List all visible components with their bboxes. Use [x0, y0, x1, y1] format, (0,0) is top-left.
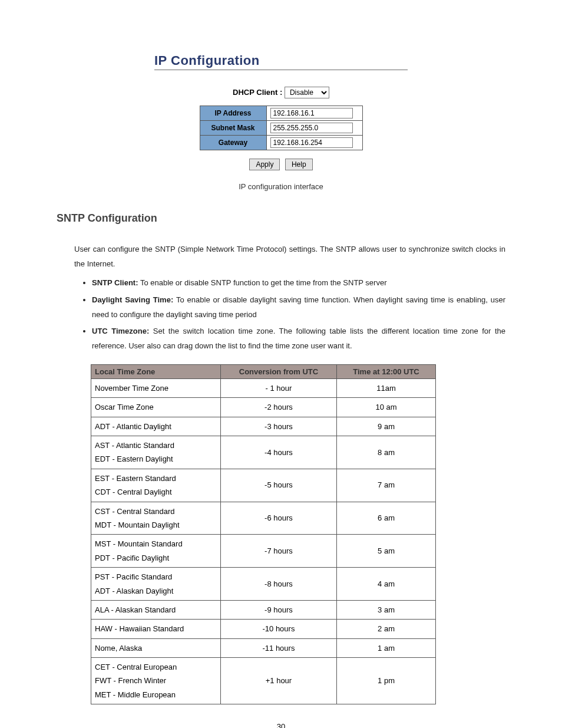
tz-row: MST - Mountain StandardPDT - Pacific Day… [91, 535, 436, 568]
tz-time: 3 am [337, 600, 436, 619]
tz-zone: ADT - Atlantic Daylight [91, 417, 221, 436]
ip-input[interactable] [270, 137, 353, 148]
tz-time: 7 am [337, 469, 436, 502]
tz-row: EST - Eastern StandardCDT - Central Dayl… [91, 469, 436, 502]
bullet-bold: Daylight Saving Time: [92, 295, 173, 304]
tz-zone: CST - Central StandardMDT - Mountain Day… [91, 502, 221, 535]
tz-zone: ALA - Alaskan Standard [91, 600, 221, 619]
tz-conv: -4 hours [220, 436, 336, 469]
tz-row: November Time Zone- 1 hour11am [91, 378, 436, 397]
tz-time: 2 am [337, 620, 436, 638]
dhcp-select[interactable]: Disable [285, 87, 329, 98]
tz-header-conv: Conversion from UTC [220, 364, 336, 378]
ip-row-label: IP Address [200, 106, 266, 121]
intro-paragraph: User can configure the SNTP (Simple Netw… [74, 242, 505, 271]
tz-zone: Nome, Alaska [91, 638, 221, 657]
ip-row-label: Gateway [200, 136, 266, 150]
tz-header-zone: Local Time Zone [91, 364, 221, 378]
bullet-text: To enable or disable SNTP function to ge… [138, 278, 387, 287]
dhcp-label: DHCP Client : [233, 88, 282, 97]
tz-zone: November Time Zone [91, 378, 221, 397]
help-button[interactable]: Help [285, 159, 313, 170]
tz-time: 11am [337, 378, 436, 397]
tz-zone: HAW - Hawaiian Standard [91, 620, 221, 638]
apply-button[interactable]: Apply [249, 159, 280, 170]
tz-conv: -5 hours [220, 469, 336, 502]
bullet-text: Set the switch location time zone. The f… [92, 327, 505, 350]
tz-row: Nome, Alaska-11 hours1 am [91, 638, 436, 657]
tz-row: PST - Pacific StandardADT - Alaskan Dayl… [91, 568, 436, 601]
tz-zone: PST - Pacific StandardADT - Alaskan Dayl… [91, 568, 221, 601]
ip-row-label: Subnet Mask [200, 121, 266, 136]
tz-row: ALA - Alaskan Standard-9 hours3 am [91, 600, 436, 619]
tz-time: 1 pm [337, 658, 436, 704]
tz-time: 1 am [337, 638, 436, 657]
ipconf-panel: IP Configuration DHCP Client : Disable I… [154, 53, 408, 170]
tz-conv: -7 hours [220, 535, 336, 568]
tz-header-time: Time at 12:00 UTC [337, 364, 436, 378]
tz-time: 4 am [337, 568, 436, 601]
ip-row-field [266, 121, 362, 136]
tz-row: HAW - Hawaiian Standard-10 hours2 am [91, 620, 436, 638]
ip-input[interactable] [270, 108, 353, 118]
tz-zone: MST - Mountain StandardPDT - Pacific Day… [91, 535, 221, 568]
ipconf-caption: IP configuration interface [57, 182, 505, 191]
bullet-item: SNTP Client: To enable or disable SNTP f… [92, 276, 505, 291]
ip-table: IP AddressSubnet MaskGateway [200, 106, 363, 150]
page-number: 30 [57, 722, 505, 728]
tz-zone: EST - Eastern StandardCDT - Central Dayl… [91, 469, 221, 502]
tz-zone: CET - Central EuropeanFWT - French Winte… [91, 658, 221, 704]
tz-conv: -3 hours [220, 417, 336, 436]
bullet-bold: UTC Timezone: [92, 327, 149, 335]
tz-conv: -8 hours [220, 568, 336, 601]
tz-row: ADT - Atlantic Daylight-3 hours9 am [91, 417, 436, 436]
tz-time: 6 am [337, 502, 436, 535]
button-row: Apply Help [154, 159, 408, 170]
dhcp-row: DHCP Client : Disable [154, 87, 408, 98]
tz-conv: -9 hours [220, 600, 336, 619]
tz-time: 9 am [337, 417, 436, 436]
ip-input[interactable] [270, 123, 353, 133]
tz-conv: -11 hours [220, 638, 336, 657]
section-heading: SNTP Configuration [57, 212, 505, 225]
tz-row: Oscar Time Zone-2 hours10 am [91, 398, 436, 417]
ip-row-field [266, 136, 362, 150]
tz-conv: -2 hours [220, 398, 336, 417]
tz-conv: +1 hour [220, 658, 336, 704]
bullet-bold: SNTP Client: [92, 278, 138, 287]
tz-row: CST - Central StandardMDT - Mountain Day… [91, 502, 436, 535]
bullet-list: SNTP Client: To enable or disable SNTP f… [74, 276, 505, 353]
bullet-item: Daylight Saving Time: To enable or disab… [92, 293, 505, 322]
tz-time: 10 am [337, 398, 436, 417]
bullet-item: UTC Timezone: Set the switch location ti… [92, 324, 505, 353]
timezone-table: Local Time Zone Conversion from UTC Time… [91, 364, 436, 704]
tz-time: 5 am [337, 535, 436, 568]
tz-conv: -10 hours [220, 620, 336, 638]
tz-conv: -6 hours [220, 502, 336, 535]
tz-row: CET - Central EuropeanFWT - French Winte… [91, 658, 436, 704]
tz-conv: - 1 hour [220, 378, 336, 397]
tz-time: 8 am [337, 436, 436, 469]
tz-zone: Oscar Time Zone [91, 398, 221, 417]
ipconf-title: IP Configuration [154, 53, 408, 70]
ip-row-field [266, 106, 362, 121]
tz-row: AST - Atlantic StandardEDT - Eastern Day… [91, 436, 436, 469]
tz-zone: AST - Atlantic StandardEDT - Eastern Day… [91, 436, 221, 469]
